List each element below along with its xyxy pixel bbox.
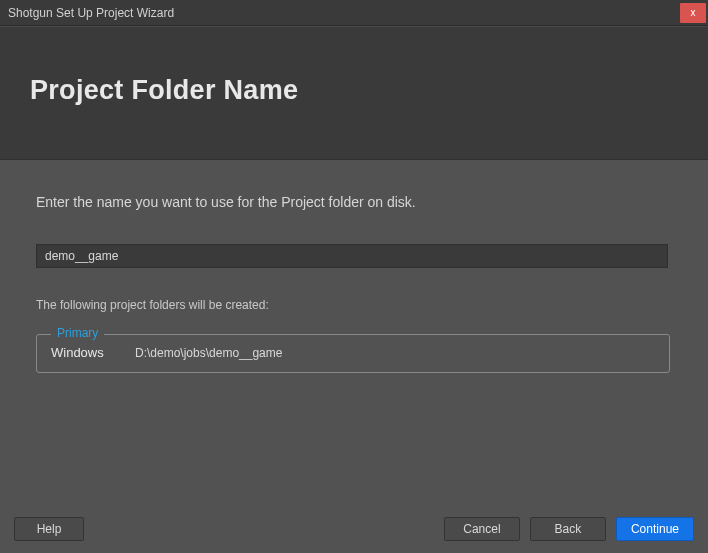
close-button[interactable]: x [680,3,706,23]
created-folders-label: The following project folders will be cr… [36,298,672,312]
os-label: Windows [51,345,111,360]
primary-legend: Primary [51,326,104,340]
instruction-text: Enter the name you want to use for the P… [36,194,672,210]
footer-bar: Help Cancel Back Continue [0,505,708,553]
header-band: Project Folder Name [0,26,708,160]
window-title: Shotgun Set Up Project Wizard [8,6,174,20]
project-folder-input[interactable] [36,244,668,268]
page-title: Project Folder Name [30,75,678,106]
content-area: Enter the name you want to use for the P… [0,160,708,373]
help-button[interactable]: Help [14,517,84,541]
primary-storage-group: Primary Windows D:\demo\jobs\demo__game [36,334,670,373]
os-path: D:\demo\jobs\demo__game [135,346,282,360]
back-button[interactable]: Back [530,517,606,541]
cancel-button[interactable]: Cancel [444,517,520,541]
os-row: Windows D:\demo\jobs\demo__game [51,345,655,360]
titlebar: Shotgun Set Up Project Wizard x [0,0,708,26]
continue-button[interactable]: Continue [616,517,694,541]
close-icon: x [691,7,696,18]
